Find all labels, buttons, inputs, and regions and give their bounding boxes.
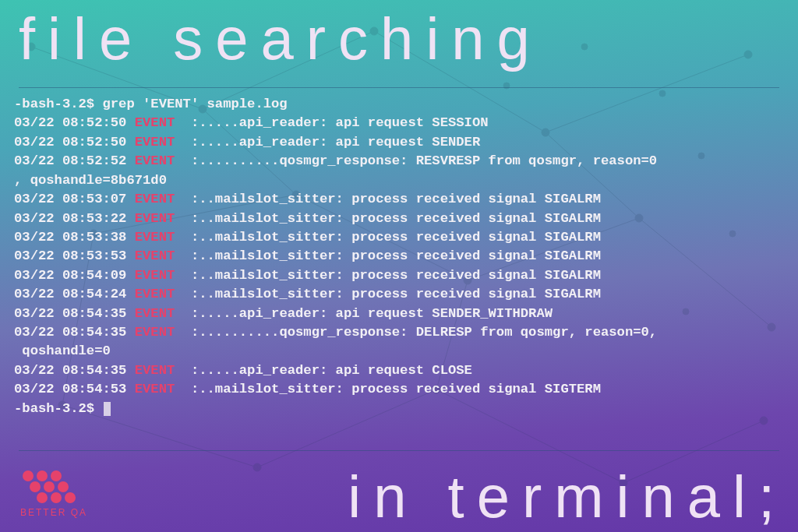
grep-match-highlight: EVENT xyxy=(135,192,175,206)
title-top: file searching xyxy=(19,5,542,72)
brand-name: BETTER QA xyxy=(20,507,87,518)
title-bottom: in terminal; xyxy=(348,463,787,530)
terminal-line: -bash-3.2$ grep 'EVENT' sample.log xyxy=(14,95,784,114)
terminal-line: 03/22 08:54:35 EVENT :.....api_reader: a… xyxy=(14,305,784,323)
svg-point-44 xyxy=(51,492,62,503)
svg-point-40 xyxy=(30,481,41,492)
terminal-line: 03/22 08:54:53 EVENT :..mailslot_sitter:… xyxy=(14,380,784,399)
terminal-line: 03/22 08:54:09 EVENT :..mailslot_sitter:… xyxy=(14,266,784,285)
terminal-line: 03/22 08:54:24 EVENT :..mailslot_sitter:… xyxy=(14,285,784,304)
svg-point-27 xyxy=(253,463,261,471)
terminal-line: 03/22 08:53:07 EVENT :..mailslot_sitter:… xyxy=(14,190,784,209)
terminal-output[interactable]: -bash-3.2$ grep 'EVENT' sample.log03/22 … xyxy=(14,95,784,418)
svg-point-42 xyxy=(58,481,69,492)
terminal-line: 03/22 08:52:50 EVENT :.....api_reader: a… xyxy=(14,114,784,132)
grep-match-highlight: EVENT xyxy=(135,325,175,340)
svg-point-39 xyxy=(51,470,62,481)
terminal-line: 03/22 08:53:38 EVENT :..mailslot_sitter:… xyxy=(14,228,784,247)
grep-match-highlight: EVENT xyxy=(135,248,175,263)
grep-match-highlight: EVENT xyxy=(135,115,175,130)
cursor xyxy=(104,402,111,416)
terminal-line: 03/22 08:54:35 EVENT :..........qosmgr_r… xyxy=(14,323,784,342)
svg-point-43 xyxy=(37,492,48,503)
grep-match-highlight: EVENT xyxy=(135,363,175,378)
terminal-line: , qoshandle=8b671d0 xyxy=(14,171,784,190)
grep-match-highlight: EVENT xyxy=(135,135,175,150)
brand-logo: BETTER QA xyxy=(20,468,87,518)
svg-point-41 xyxy=(44,481,55,492)
svg-point-20 xyxy=(744,51,752,58)
terminal-line: 03/22 08:53:22 EVENT :..mailslot_sitter:… xyxy=(14,210,784,228)
terminal-line: qoshandle=0 xyxy=(14,342,784,361)
grep-match-highlight: EVENT xyxy=(135,287,175,301)
terminal-line: -bash-3.2$ xyxy=(14,400,784,418)
grep-match-highlight: EVENT xyxy=(135,230,175,245)
divider-top xyxy=(19,87,779,88)
grep-match-highlight: EVENT xyxy=(135,153,175,168)
svg-point-45 xyxy=(65,492,76,503)
terminal-line: 03/22 08:52:52 EVENT :..........qosmgr_r… xyxy=(14,152,784,171)
terminal-line: 03/22 08:53:53 EVENT :..mailslot_sitter:… xyxy=(14,247,784,266)
logo-icon xyxy=(20,468,76,506)
grep-match-highlight: EVENT xyxy=(135,382,175,396)
terminal-line: 03/22 08:54:35 EVENT :.....api_reader: a… xyxy=(14,361,784,380)
svg-point-37 xyxy=(23,470,34,481)
grep-match-highlight: EVENT xyxy=(135,268,175,283)
svg-point-38 xyxy=(37,470,48,481)
divider-bottom xyxy=(19,450,779,451)
svg-point-33 xyxy=(581,44,588,50)
grep-match-highlight: EVENT xyxy=(135,211,175,226)
grep-match-highlight: EVENT xyxy=(135,306,175,321)
terminal-line: 03/22 08:52:50 EVENT :.....api_reader: a… xyxy=(14,133,784,152)
